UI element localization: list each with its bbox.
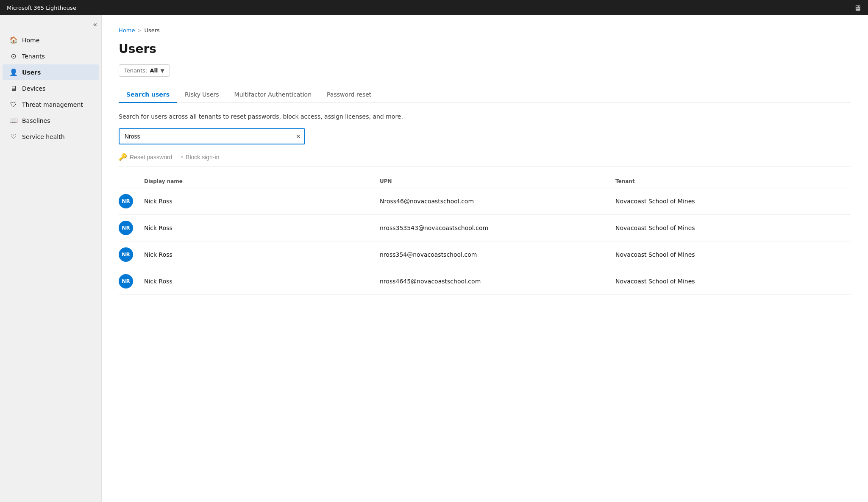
block-sign-in-label: Block sign-in [186,154,219,161]
user-avatar: NR [119,221,133,235]
breadcrumb-current: Users [144,27,159,33]
main-content: Home > Users Users Tenants: All ▼ Search… [102,15,868,502]
search-clear-button[interactable]: ✕ [296,133,301,140]
sidebar-item-tenants[interactable]: ⊙ Tenants [3,48,99,64]
reset-password-icon: 🔑 [119,153,127,161]
search-input[interactable] [119,128,305,144]
user-display-name: Nick Ross [144,278,380,285]
col-header-tenant: Tenant [615,178,851,184]
home-icon: 🏠 [9,36,18,44]
tenants-filter-dropdown[interactable]: Tenants: All ▼ [119,64,170,77]
sidebar: « 🏠 Home ⊙ Tenants 👤 Users 🖥 Devices 🛡 T… [0,15,102,502]
block-sign-in-icon: ◦ [181,153,183,161]
devices-icon: 🖥 [9,84,18,92]
search-box-wrapper: ✕ [119,128,305,144]
user-upn: nross354@novacoastschool.com [380,251,615,258]
user-display-name: Nick Ross [144,198,380,205]
search-description: Search for users across all tenants to r… [119,113,851,120]
user-tenant: Novacoast School of Mines [615,198,851,205]
app-layout: « 🏠 Home ⊙ Tenants 👤 Users 🖥 Devices 🛡 T… [0,15,868,502]
tab-risky-users[interactable]: Risky Users [177,87,226,103]
user-tenant: Novacoast School of Mines [615,225,851,231]
user-display-name: Nick Ross [144,251,380,258]
reset-password-label: Reset password [130,154,172,161]
chevron-down-icon: ▼ [160,68,164,74]
tenants-filter-value: All [150,67,158,74]
sidebar-collapse-button[interactable]: « [0,19,101,32]
table-body: NR Nick Ross Nross46@novacoastschool.com… [119,188,851,295]
sidebar-item-label: Baselines [22,117,50,124]
table-row[interactable]: NR Nick Ross nross4645@novacoastschool.c… [119,268,851,295]
breadcrumb-separator: > [137,28,142,33]
user-upn: nross4645@novacoastschool.com [380,278,615,285]
avatar: NR [119,194,144,208]
user-avatar: NR [119,274,133,288]
breadcrumb-home[interactable]: Home [119,27,135,33]
baselines-icon: 📖 [9,116,18,125]
tab-search-users[interactable]: Search users [119,87,177,103]
reset-password-button[interactable]: 🔑 Reset password [119,153,172,161]
titlebar: Microsoft 365 Lighthouse 🖥 [0,0,868,15]
threat-management-icon: 🛡 [9,100,18,108]
sidebar-item-threat-management[interactable]: 🛡 Threat management [3,97,99,112]
user-avatar: NR [119,247,133,262]
sidebar-item-users[interactable]: 👤 Users [3,64,99,80]
col-header-upn: UPN [380,178,615,184]
titlebar-icon[interactable]: 🖥 [854,3,861,12]
sidebar-item-home[interactable]: 🏠 Home [3,32,99,48]
app-title: Microsoft 365 Lighthouse [7,5,76,11]
tenants-icon: ⊙ [9,52,18,60]
avatar: NR [119,247,144,262]
users-icon: 👤 [9,68,18,76]
table-row[interactable]: NR Nick Ross nross353543@novacoastschool… [119,215,851,241]
col-header-display-name: Display name [144,178,380,184]
tab-password-reset[interactable]: Password reset [319,87,379,103]
user-tenant: Novacoast School of Mines [615,278,851,285]
block-sign-in-button[interactable]: ◦ Block sign-in [181,153,219,161]
service-health-icon: ♡ [9,133,18,141]
table-header: Display nameUPNTenant [119,175,851,188]
sidebar-item-label: Users [22,69,41,76]
action-bar: 🔑 Reset password ◦ Block sign-in [119,153,851,166]
sidebar-item-label: Service health [22,133,65,140]
user-avatar: NR [119,194,133,208]
sidebar-item-service-health[interactable]: ♡ Service health [3,129,99,144]
sidebar-item-baselines[interactable]: 📖 Baselines [3,113,99,128]
users-table: Display nameUPNTenant NR Nick Ross Nross… [119,175,851,295]
user-tenant: Novacoast School of Mines [615,251,851,258]
tenants-filter-label: Tenants: [124,67,147,74]
breadcrumb: Home > Users [119,27,851,33]
sidebar-item-devices[interactable]: 🖥 Devices [3,80,99,96]
avatar: NR [119,274,144,288]
user-display-name: Nick Ross [144,225,380,231]
sidebar-item-label: Home [22,37,39,44]
tab-mfa[interactable]: Multifactor Authentication [227,87,319,103]
col-header-avatar [119,178,144,184]
avatar: NR [119,221,144,235]
tabs-bar: Search usersRisky UsersMultifactor Authe… [119,87,851,103]
sidebar-item-label: Threat management [22,101,83,108]
table-row[interactable]: NR Nick Ross nross354@novacoastschool.co… [119,241,851,268]
table-row[interactable]: NR Nick Ross Nross46@novacoastschool.com… [119,188,851,215]
sidebar-item-label: Devices [22,85,45,92]
sidebar-nav: 🏠 Home ⊙ Tenants 👤 Users 🖥 Devices 🛡 Thr… [0,32,101,502]
user-upn: Nross46@novacoastschool.com [380,198,615,205]
page-title: Users [119,42,851,56]
user-upn: nross353543@novacoastschool.com [380,225,615,231]
sidebar-item-label: Tenants [22,53,45,60]
